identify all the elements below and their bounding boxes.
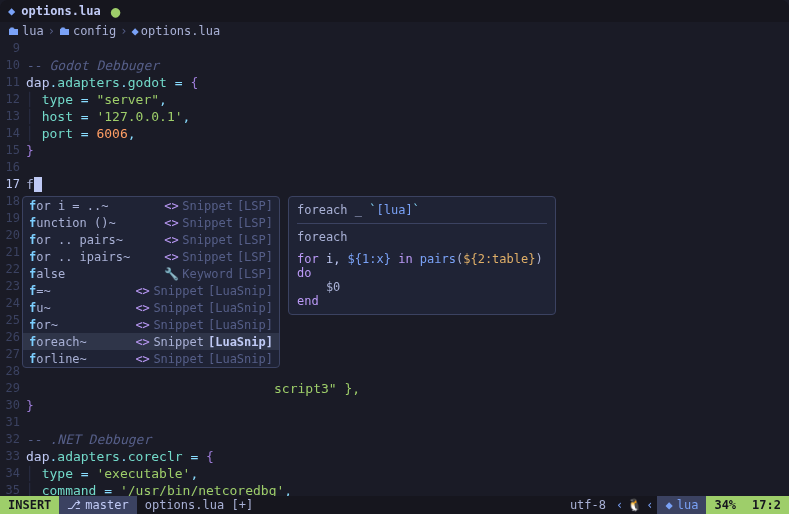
completion-source: [LSP] bbox=[237, 199, 273, 213]
completion-label: for~ bbox=[29, 318, 135, 332]
completion-item[interactable]: foreach~<>Snippet[LuaSnip] bbox=[23, 333, 279, 350]
scroll-percent: 34% bbox=[706, 496, 744, 514]
snippet-icon: <> bbox=[164, 250, 178, 264]
snippet-icon: <> bbox=[164, 199, 178, 213]
completion-source: [LSP] bbox=[237, 250, 273, 264]
completion-source: [LSP] bbox=[237, 233, 273, 247]
snippet-icon: <> bbox=[164, 233, 178, 247]
completion-kind: Snippet bbox=[182, 250, 233, 264]
doc-snippet-line: for i, ${1:x} in pairs(${2:table}) do bbox=[297, 252, 547, 280]
completion-item[interactable]: for .. ipairs~<>Snippet[LSP] bbox=[23, 248, 279, 265]
completion-kind: Snippet bbox=[182, 216, 233, 230]
completion-kind: Snippet bbox=[153, 301, 204, 315]
completion-label: function ()~ bbox=[29, 216, 164, 230]
editor[interactable]: 9 10-- Godot Debbuger 11dap.adapters.god… bbox=[0, 40, 789, 496]
completion-item[interactable]: for i = ..~<>Snippet[LSP] bbox=[23, 197, 279, 214]
completion-kind: Snippet bbox=[182, 233, 233, 247]
completion-label: forline~ bbox=[29, 352, 135, 366]
completion-source: [LuaSnip] bbox=[208, 301, 273, 315]
branch-icon: ⎇ bbox=[67, 496, 81, 514]
lua-file-icon: ◆ bbox=[132, 24, 139, 38]
completion-source: [LuaSnip] bbox=[208, 318, 273, 332]
completion-label: for i = ..~ bbox=[29, 199, 164, 213]
filetype[interactable]: ◆ lua bbox=[657, 496, 706, 514]
completion-item[interactable]: function ()~<>Snippet[LSP] bbox=[23, 214, 279, 231]
snippet-icon: <> bbox=[135, 335, 149, 349]
completion-popup[interactable]: for i = ..~<>Snippet[LSP]function ()~<>S… bbox=[22, 196, 280, 368]
snippet-icon: <> bbox=[164, 216, 178, 230]
comment: -- .NET Debbuger bbox=[26, 432, 151, 447]
snippet-icon: <> bbox=[135, 318, 149, 332]
completion-source: [LuaSnip] bbox=[208, 352, 273, 366]
completion-kind: Snippet bbox=[182, 199, 233, 213]
cursor-position: 17:2 bbox=[744, 496, 789, 514]
chevron-right-icon: › bbox=[48, 24, 55, 38]
breadcrumb-part[interactable]: lua bbox=[22, 24, 44, 38]
completion-item[interactable]: fu~<>Snippet[LuaSnip] bbox=[23, 299, 279, 316]
completion-kind: Snippet bbox=[153, 352, 204, 366]
doc-title: foreach bbox=[297, 230, 547, 244]
completion-kind: Snippet bbox=[153, 335, 204, 349]
completion-item[interactable]: for~<>Snippet[LuaSnip] bbox=[23, 316, 279, 333]
completion-doc-popup: foreach _ `[lua]` foreach for i, ${1:x} … bbox=[288, 196, 556, 315]
keyword-icon: 🔧 bbox=[164, 267, 178, 281]
breadcrumb-part[interactable]: config bbox=[73, 24, 116, 38]
completion-label: foreach~ bbox=[29, 335, 135, 349]
completion-source: [LSP] bbox=[237, 267, 273, 281]
folder-icon: 🖿 bbox=[8, 24, 20, 38]
status-icons: ‹ 🐧 ‹ bbox=[612, 498, 657, 512]
completion-item[interactable]: for .. pairs~<>Snippet[LSP] bbox=[23, 231, 279, 248]
completion-source: [LuaSnip] bbox=[208, 284, 273, 298]
completion-source: [LSP] bbox=[237, 216, 273, 230]
snippet-icon: <> bbox=[135, 352, 149, 366]
folder-icon: 🖿 bbox=[59, 24, 71, 38]
statusline: INSERT ⎇ master options.lua [+] utf-8 ‹ … bbox=[0, 496, 789, 514]
chevron-right-icon: › bbox=[120, 24, 127, 38]
status-filename: options.lua [+] bbox=[137, 498, 261, 512]
completion-kind: Snippet bbox=[153, 284, 204, 298]
completion-item[interactable]: false🔧Keyword[LSP] bbox=[23, 265, 279, 282]
doc-header: foreach _ `[lua]` bbox=[297, 203, 547, 217]
completion-label: false bbox=[29, 267, 164, 281]
mode-indicator: INSERT bbox=[0, 496, 59, 514]
title-filename: options.lua bbox=[21, 4, 100, 18]
snippet-icon: <> bbox=[135, 284, 149, 298]
completion-kind: Snippet bbox=[153, 318, 204, 332]
completion-kind: Keyword bbox=[182, 267, 233, 281]
completion-source: [LuaSnip] bbox=[208, 335, 273, 349]
lua-icon: ◆ bbox=[665, 496, 672, 514]
snippet-icon: <> bbox=[135, 301, 149, 315]
encoding: utf-8 bbox=[564, 498, 612, 512]
git-branch[interactable]: ⎇ master bbox=[59, 496, 136, 514]
completion-item[interactable]: f=~<>Snippet[LuaSnip] bbox=[23, 282, 279, 299]
breadcrumb-part[interactable]: options.lua bbox=[141, 24, 220, 38]
titlebar: ◆ options.lua ● bbox=[0, 0, 789, 22]
completion-label: for .. ipairs~ bbox=[29, 250, 164, 264]
linux-icon: 🐧 bbox=[627, 498, 642, 512]
breadcrumb: 🖿 lua › 🖿 config › ◆ options.lua bbox=[0, 22, 789, 40]
doc-snippet-line: end bbox=[297, 294, 547, 308]
cursor-position: f bbox=[26, 177, 34, 192]
completion-label: fu~ bbox=[29, 301, 135, 315]
lua-file-icon: ◆ bbox=[8, 4, 15, 18]
chevron-left-icon: ‹ bbox=[616, 498, 623, 512]
modified-dot-icon: ● bbox=[111, 2, 121, 21]
comment: -- Godot Debbuger bbox=[26, 58, 159, 73]
completion-label: f=~ bbox=[29, 284, 135, 298]
completion-label: for .. pairs~ bbox=[29, 233, 164, 247]
chevron-left-icon: ‹ bbox=[646, 498, 653, 512]
doc-snippet-line: $0 bbox=[297, 280, 547, 294]
completion-item[interactable]: forline~<>Snippet[LuaSnip] bbox=[23, 350, 279, 367]
